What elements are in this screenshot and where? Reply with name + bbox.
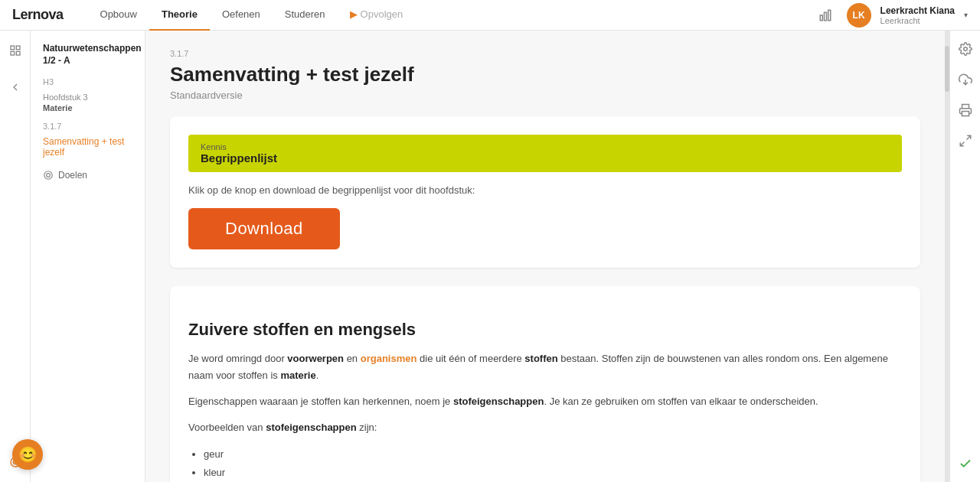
svg-rect-0 <box>820 15 822 21</box>
download-description: Klik op de knop en download de begrippen… <box>188 184 902 196</box>
emoji-button[interactable]: 😊 <box>12 439 43 470</box>
svg-rect-4 <box>16 46 20 50</box>
sidebar-icon-strip <box>0 31 31 482</box>
user-name: Leerkracht Kiana <box>880 5 955 16</box>
bullet-icon: ▶ <box>350 8 358 20</box>
svg-rect-5 <box>11 51 15 55</box>
sidebar-chapter-title: Hoofdstuk 3 <box>31 88 154 103</box>
tab-opbouw[interactable]: Opbouw <box>88 0 149 31</box>
check-icon[interactable] <box>953 451 978 476</box>
avatar[interactable]: LK <box>847 3 871 28</box>
topbar-left: Lernova Opbouw Theorie Oefenen Studeren … <box>12 0 415 31</box>
content-section-number: 3.1.7 <box>170 49 920 58</box>
section-main-title: Zuivere stoffen en mengsels <box>188 320 902 340</box>
kennis-title: Begrippenlijst <box>201 151 890 164</box>
tab-theorie[interactable]: Theorie <box>149 0 210 31</box>
page-title: Samenvatting + test jezelf <box>170 63 920 86</box>
stofeigenschappen-list: geur kleur smaak brandbaarheid <box>188 445 902 482</box>
sidebar: Natuurwetenschappen 1/2 - A H3 Hoofdstuk… <box>0 31 145 482</box>
printer-icon[interactable] <box>953 98 978 122</box>
logo[interactable]: Lernova <box>12 7 64 23</box>
paragraph3-intro: Voorbeelden van stofeigenschappen zijn: <box>188 419 902 436</box>
paragraph2: Eigenschappen waaraan je stoffen kan her… <box>188 393 902 410</box>
svg-rect-6 <box>16 51 20 55</box>
chart-icon[interactable] <box>813 3 838 28</box>
gear-icon[interactable] <box>953 37 978 61</box>
topbar-right: LK Leerkracht Kiana Leerkracht ▾ <box>813 3 968 28</box>
page-subtitle: Standaardversie <box>170 90 920 101</box>
topbar: Lernova Opbouw Theorie Oefenen Studeren … <box>0 0 980 31</box>
kennis-label: Kennis <box>201 142 890 151</box>
back-icon[interactable] <box>2 73 29 101</box>
svg-point-10 <box>44 171 53 180</box>
section-number-label: 3.1.7 <box>43 122 61 131</box>
main-layout: Natuurwetenschappen 1/2 - A H3 Hoofdstuk… <box>0 31 980 482</box>
menu-icon[interactable] <box>2 37 29 64</box>
sidebar-book-title: Natuurwetenschappen 1/2 - A <box>31 37 154 70</box>
tab-opvolgen[interactable]: ▶ Opvolgen <box>338 0 416 31</box>
main-content-card: Zuivere stoffen en mengsels Je word omri… <box>170 286 920 482</box>
list-item: geur <box>204 445 902 463</box>
sidebar-nav: Natuurwetenschappen 1/2 - A H3 Hoofdstuk… <box>31 31 154 482</box>
svg-line-15 <box>966 135 970 139</box>
download-button[interactable]: Download <box>188 208 340 249</box>
list-item: kleur <box>204 464 902 481</box>
paragraph1: Je word omringd door voorwerpen en organ… <box>188 350 902 384</box>
scroll-thumb[interactable] <box>945 46 949 92</box>
cloud-icon[interactable] <box>953 67 978 92</box>
svg-rect-3 <box>11 46 15 50</box>
tab-oefenen[interactable]: Oefenen <box>210 0 273 31</box>
svg-line-16 <box>960 142 964 146</box>
kennis-header: Kennis Begrippenlijst <box>188 135 902 172</box>
content-area: 3.1.7 Samenvatting + test jezelf Standaa… <box>145 31 980 482</box>
user-role: Leerkracht <box>880 16 955 25</box>
content-scroll: 3.1.7 Samenvatting + test jezelf Standaa… <box>145 31 945 482</box>
sidebar-section-item[interactable]: Samenvatting + test jezelf <box>31 132 154 161</box>
svg-rect-1 <box>824 12 826 21</box>
doelen-label: Doelen <box>58 170 87 181</box>
nav-tabs: Opbouw Theorie Oefenen Studeren ▶ Opvolg… <box>88 0 416 31</box>
expand-icon[interactable] <box>953 129 978 153</box>
svg-point-11 <box>47 174 51 177</box>
chapter-number: H3 <box>43 77 54 86</box>
tab-studeren[interactable]: Studeren <box>273 0 338 31</box>
user-dropdown-chevron[interactable]: ▾ <box>964 11 968 19</box>
right-toolbar <box>949 31 980 482</box>
kennis-card: Kennis Begrippenlijst Klik op de knop en… <box>170 116 920 268</box>
user-info: Leerkracht Kiana Leerkracht <box>880 5 955 25</box>
svg-rect-2 <box>828 10 830 21</box>
svg-rect-14 <box>962 112 969 116</box>
sidebar-doelen[interactable]: Doelen <box>31 166 154 184</box>
sidebar-chapter-sub: Materie <box>31 103 154 116</box>
scroll-track[interactable] <box>945 31 949 482</box>
svg-point-12 <box>963 47 967 51</box>
